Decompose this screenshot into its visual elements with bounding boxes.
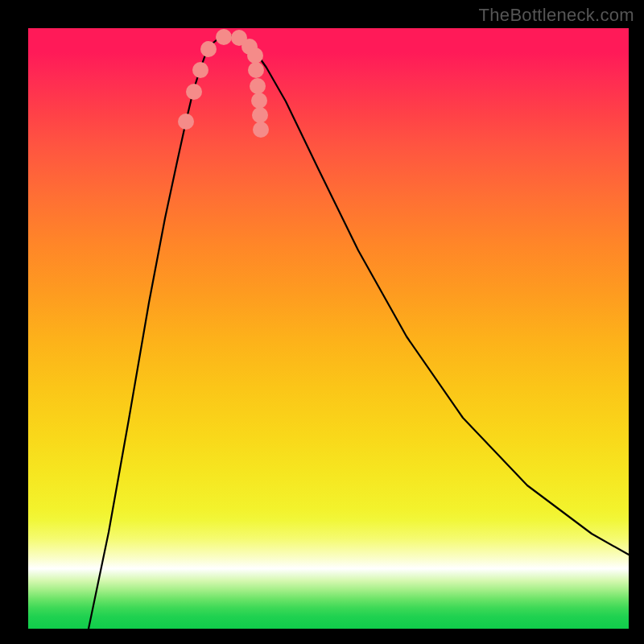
curve-svg: [28, 28, 629, 629]
marker-dot: [248, 62, 264, 78]
curve-path: [89, 36, 629, 629]
marker-dot: [251, 93, 267, 109]
marker-dot: [247, 47, 263, 64]
marker-dot: [200, 41, 217, 57]
marker-dot: [253, 122, 269, 138]
plot-area: [28, 28, 629, 629]
chart-frame: TheBottleneck.com: [0, 0, 644, 644]
marker-dots: [178, 29, 269, 138]
marker-dot: [250, 78, 266, 94]
marker-dot: [252, 107, 268, 123]
watermark-text: TheBottleneck.com: [479, 5, 634, 26]
marker-dot: [186, 84, 202, 100]
marker-dot: [216, 29, 232, 45]
marker-dot: [178, 114, 194, 130]
curve-line: [89, 36, 629, 629]
marker-dot: [192, 62, 208, 78]
